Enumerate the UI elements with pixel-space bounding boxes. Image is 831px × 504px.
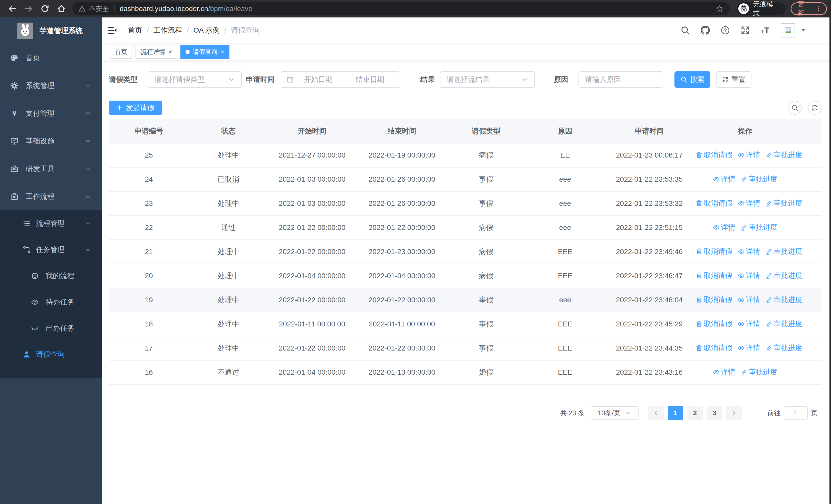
goto-page-input[interactable]: 1 [784, 406, 808, 420]
detail-action-link[interactable]: 详情 [713, 367, 735, 377]
view-icon [738, 345, 745, 352]
breadcrumb-item[interactable]: 首页 [128, 25, 142, 35]
bookmark-star-icon[interactable] [716, 5, 723, 12]
svg-text:T: T [761, 29, 764, 34]
browser-back-icon[interactable] [8, 4, 17, 13]
security-label[interactable]: 不安全 [89, 4, 109, 13]
github-icon[interactable] [700, 26, 710, 35]
browser-reload-icon[interactable] [40, 4, 50, 13]
sidebar-item-任务管理[interactable]: 任务管理 [0, 237, 102, 263]
page-button-3[interactable]: 3 [707, 406, 722, 420]
progress-action-link[interactable]: 审批进度 [765, 319, 802, 329]
sidebar-item-工作流程[interactable]: 工作流程 [0, 183, 102, 210]
cancel-action-link[interactable]: 取消请假 [695, 295, 733, 305]
progress-action-link[interactable]: 审批进度 [740, 174, 777, 184]
sidebar-item-研发工具[interactable]: 研发工具 [0, 155, 102, 183]
action-label: 详情 [746, 343, 760, 353]
font-size-icon[interactable]: TT [761, 26, 770, 35]
close-tab-icon[interactable]: × [168, 49, 172, 55]
refresh-table-button[interactable] [808, 101, 822, 115]
cancel-action-link[interactable]: 取消请假 [695, 198, 733, 208]
close-tab-icon[interactable]: × [221, 49, 224, 55]
url-text[interactable]: dashboard.yudao.iocoder.cn/bpm/oa/leave [120, 5, 252, 13]
progress-action-link[interactable]: 审批进度 [740, 367, 777, 377]
user-avatar[interactable] [781, 23, 795, 37]
view-icon [738, 272, 745, 279]
table-row: 19处理中2022-01-22 00:00:002022-01-22 00:00… [109, 288, 822, 312]
action-label: 详情 [721, 367, 735, 377]
app-logo[interactable]: 芋道管理系统 [0, 18, 102, 44]
page-size-select[interactable]: 10条/页 [591, 406, 638, 420]
prev-page-button[interactable] [648, 406, 664, 420]
create-leave-button[interactable]: 发起请假 [109, 100, 162, 115]
breadcrumb-item[interactable]: 工作流程 [153, 25, 182, 35]
progress-action-link[interactable]: 审批进度 [765, 198, 802, 208]
browser-menu-icon[interactable] [815, 5, 822, 12]
page-button-1[interactable]: 1 [668, 406, 683, 420]
chevron-down-icon [85, 138, 91, 144]
search-icon[interactable] [681, 26, 690, 35]
sidebar-item-请假查询[interactable]: 请假查询 [0, 341, 102, 367]
help-icon[interactable]: ? [721, 26, 730, 35]
tab-首页[interactable]: 首页 [110, 45, 133, 59]
tags-view-bar: 首页流程详情×请假查询× [102, 43, 831, 61]
reset-button[interactable]: 重置 [716, 71, 751, 88]
sidebar-item-基础设施[interactable]: 基础设施 [0, 127, 102, 155]
cancel-action-link[interactable]: 取消请假 [695, 150, 733, 160]
browser-update-button[interactable]: 更新 [791, 2, 827, 15]
sidebar-item-我的流程[interactable]: 我的流程 [0, 263, 102, 289]
sidebar-item-已办任务[interactable]: 已办任务 [0, 315, 102, 341]
reason-input[interactable]: 请输入原因 [578, 71, 663, 88]
leave-type-select[interactable]: 请选择请假类型 [148, 71, 242, 88]
detail-action-link[interactable]: 详情 [738, 150, 760, 160]
progress-action-link[interactable]: 审批进度 [765, 247, 802, 256]
search-button[interactable]: 搜索 [675, 71, 710, 88]
view-icon [738, 248, 745, 255]
cancel-action-link[interactable]: 取消请假 [695, 247, 733, 256]
cell-end: 2022-01-22 00:00:00 [356, 215, 448, 240]
progress-action-link[interactable]: 审批进度 [740, 223, 777, 232]
detail-action-link[interactable]: 详情 [738, 271, 760, 280]
browser-home-icon[interactable] [57, 4, 66, 13]
breadcrumb-item[interactable]: OA 示例 [194, 25, 220, 35]
detail-action-link[interactable]: 详情 [713, 174, 735, 184]
toggle-search-button[interactable] [788, 101, 802, 115]
cell-status: 不通过 [189, 360, 268, 384]
tab-流程详情[interactable]: 流程详情× [136, 45, 177, 59]
progress-action-link[interactable]: 审批进度 [765, 343, 802, 353]
sidebar-item-首页[interactable]: 首页 [0, 44, 102, 72]
sidebar-item-流程管理[interactable]: 流程管理 [0, 210, 102, 237]
next-page-button[interactable] [726, 406, 742, 420]
cell-id: 24 [109, 167, 189, 191]
address-bar[interactable]: 不安全 dashboard.yudao.iocoder.cn/bpm/oa/le… [73, 2, 729, 16]
detail-action-link[interactable]: 详情 [738, 319, 760, 329]
browser-forward-icon[interactable] [24, 4, 33, 13]
page-button-2[interactable]: 2 [687, 406, 703, 420]
action-label: 详情 [746, 198, 760, 208]
progress-action-link[interactable]: 审批进度 [765, 271, 802, 280]
chevron-down-icon [228, 76, 235, 83]
detail-action-link[interactable]: 详情 [713, 223, 735, 232]
sidebar-item-待办任务[interactable]: 待办任务 [0, 289, 102, 315]
cancel-action-link[interactable]: 取消请假 [695, 343, 733, 353]
detail-action-link[interactable]: 详情 [738, 343, 760, 353]
result-select[interactable]: 请选择流结果 [440, 71, 535, 88]
fullscreen-icon[interactable] [741, 26, 750, 35]
cancel-action-link[interactable]: 取消请假 [695, 319, 733, 329]
page-unit-label: 页 [811, 409, 818, 417]
apply-time-range-picker[interactable]: 开始日期 - 结束日期 [281, 71, 400, 88]
cancel-action-link[interactable]: 取消请假 [695, 271, 733, 280]
detail-action-link[interactable]: 详情 [738, 247, 760, 256]
refresh-icon [722, 76, 729, 83]
sidebar-toggle-icon[interactable] [107, 25, 117, 35]
tab-请假查询[interactable]: 请假查询× [180, 45, 229, 59]
caret-down-icon[interactable] [800, 27, 806, 33]
progress-action-link[interactable]: 审批进度 [765, 150, 802, 160]
sidebar-item-系统管理[interactable]: 系统管理 [0, 72, 102, 99]
detail-action-link[interactable]: 详情 [738, 295, 760, 305]
goto-label: 前往 [767, 409, 781, 417]
cell-id: 23 [109, 191, 189, 215]
sidebar-item-支付管理[interactable]: ¥支付管理 [0, 99, 102, 127]
detail-action-link[interactable]: 详情 [738, 198, 760, 208]
progress-action-link[interactable]: 审批进度 [765, 295, 802, 305]
